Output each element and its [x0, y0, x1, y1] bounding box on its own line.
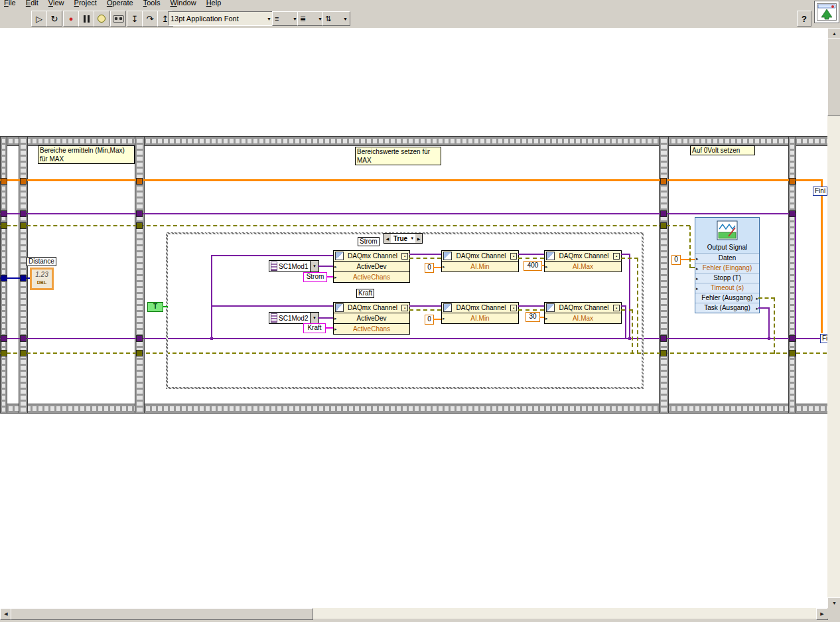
- distance-label[interactable]: Distance: [27, 257, 56, 266]
- express-row-daten[interactable]: ▸Daten: [695, 253, 759, 263]
- horizontal-scrollbar-thumb[interactable]: [11, 608, 313, 620]
- express-row-fehler-ausgang[interactable]: Fehler (Ausgang)▸: [695, 293, 759, 303]
- express-row-stopp[interactable]: ▸Stopp (T): [695, 273, 759, 283]
- distribute-objects-dropdown[interactable]: ≣ ▼: [297, 11, 325, 26]
- label-fini[interactable]: Fini: [813, 187, 827, 196]
- chevron-down-icon: ▼: [267, 17, 271, 21]
- sequence-border-top[interactable]: [0, 136, 828, 146]
- wire-task-purple-turn: [795, 213, 796, 339]
- menu-item-tools[interactable]: Tools: [139, 0, 165, 7]
- step-into-button[interactable]: ↧: [127, 11, 143, 27]
- property-node-header: DAQmx Channel ▪: [334, 303, 409, 313]
- wire-kraft-to-node: [325, 327, 333, 329]
- string-constant-strom[interactable]: Strom: [303, 272, 327, 282]
- property-node-aimax-1[interactable]: DAQmx Channel ▪ ▸AI.Max: [544, 250, 622, 272]
- scroll-down-button[interactable]: ▼: [827, 597, 840, 609]
- property-row-aimax[interactable]: ▸AI.Max: [545, 262, 621, 272]
- wire-junction: [768, 337, 770, 340]
- wire-bool-green: [163, 306, 168, 307]
- retain-wire-values-button[interactable]: [110, 11, 126, 27]
- property-row-activedev[interactable]: ▸ActiveDev: [334, 313, 409, 323]
- property-row-aimin[interactable]: ▸AI.Min: [442, 262, 518, 272]
- numeric-constant-0-c[interactable]: 0: [671, 255, 681, 265]
- express-vi-output-signal[interactable]: Output Signal ▸Daten ▸Fehler (Eingang) ▸…: [695, 217, 760, 313]
- property-row-aimin[interactable]: ▸AI.Min: [442, 313, 518, 323]
- wire-dbl-orange-top: [0, 179, 823, 181]
- wire-chain-error-3: [409, 309, 441, 311]
- menu-item-operate[interactable]: Operate: [103, 0, 137, 7]
- daqmx-io-icon: [271, 262, 277, 271]
- retain-wire-values-icon: [113, 15, 124, 23]
- vertical-scrollbar-thumb[interactable]: [827, 39, 840, 116]
- wire-task-feed-vertical: [211, 255, 212, 339]
- property-row-activedev[interactable]: ▸ActiveDev: [334, 262, 409, 272]
- express-row-fehler-eingang[interactable]: ▸Fehler (Eingang): [695, 263, 759, 273]
- dbl-type-label: DBL: [32, 280, 52, 285]
- property-row-activechans[interactable]: ▸ActiveChans: [334, 323, 409, 334]
- free-label-strom[interactable]: Strom: [358, 237, 380, 246]
- daqmx-name-constant-1[interactable]: SC1Mod1 ▼: [269, 260, 319, 272]
- up-arrow-icon: ▲: [832, 31, 837, 36]
- property-row-aimax[interactable]: ▸AI.Max: [545, 313, 621, 323]
- menu-item-edit[interactable]: Edit: [22, 0, 42, 7]
- property-node-aimax-2[interactable]: DAQmx Channel ▪ ▸AI.Max: [544, 302, 622, 324]
- menu-item-help[interactable]: Help: [202, 0, 226, 7]
- daqmx-name-constant-2[interactable]: SC1Mod2 ▼: [269, 312, 319, 324]
- comment-frame4[interactable]: Auf 0Volt setzen: [690, 145, 755, 155]
- run-continuously-button[interactable]: ↻: [46, 11, 62, 27]
- align-objects-dropdown[interactable]: ≡ ▼: [272, 11, 300, 26]
- help-button[interactable]: ?: [797, 11, 811, 27]
- boolean-true-constant[interactable]: T: [147, 302, 163, 312]
- step-over-button[interactable]: ↷: [142, 11, 158, 27]
- font-selector-value: 13pt Application Font: [171, 15, 239, 23]
- case-selector[interactable]: ◀ True ▼ ▶: [384, 233, 423, 244]
- wire-chain-task-3: [409, 305, 441, 307]
- numeric-constant-400[interactable]: 400: [524, 261, 542, 271]
- wire-junction: [210, 337, 213, 340]
- free-label-kraft[interactable]: Kraft: [356, 289, 374, 298]
- numeric-constant-30[interactable]: 30: [525, 312, 540, 322]
- property-row-activechans[interactable]: ▸ActiveChans: [334, 272, 409, 282]
- lightbulb-icon: [98, 15, 105, 23]
- scroll-right-button[interactable]: ▶: [816, 608, 828, 620]
- font-selector[interactable]: 13pt Application Font ▼: [168, 11, 274, 26]
- tunnel: [660, 350, 667, 356]
- string-constant-kraft[interactable]: Kraft: [303, 323, 326, 333]
- vi-icon[interactable]: [814, 1, 839, 23]
- comment-frame3[interactable]: Bereichswerte setzen für MAX: [355, 147, 441, 165]
- reorder-objects-dropdown[interactable]: ⇅ ▼: [322, 11, 350, 26]
- wire-task-feed-row1: [211, 255, 333, 256]
- scroll-up-button[interactable]: ▲: [827, 28, 840, 39]
- tunnel: [1, 350, 7, 356]
- property-node-aimin-2[interactable]: DAQmx Channel ▪ ▸AI.Min: [441, 302, 519, 324]
- case-prev-button[interactable]: ◀: [384, 234, 391, 243]
- tunnel: [136, 178, 143, 185]
- express-row-timeout[interactable]: ▸Timeout (s): [695, 283, 759, 293]
- distance-terminal[interactable]: 1.23 DBL: [30, 268, 54, 290]
- daqmx-node-icon: [335, 303, 344, 312]
- wire-0c-to-daten: [680, 259, 695, 260]
- numeric-constant-0-a[interactable]: 0: [425, 263, 434, 273]
- menu-item-file[interactable]: File: [0, 0, 20, 7]
- run-button[interactable]: ▷: [31, 11, 47, 27]
- abort-button[interactable]: ●: [63, 11, 79, 27]
- sequence-border-bottom[interactable]: [0, 404, 828, 414]
- property-node-channel-1[interactable]: DAQmx Channel ▪ ▸ActiveDev ▸ActiveChans: [333, 250, 410, 283]
- comment-frame2[interactable]: Bereiche ermitteln (Min,Max) für MAX: [38, 145, 135, 164]
- numeric-constant-0-b[interactable]: 0: [425, 315, 434, 325]
- case-next-button[interactable]: ▶: [415, 234, 422, 243]
- express-row-task-ausgang[interactable]: Task (Ausgang)▸: [695, 303, 759, 313]
- tunnel: [789, 210, 796, 217]
- daqmx-name-value: SC1Mod1: [279, 263, 310, 270]
- highlight-execution-button[interactable]: [94, 11, 109, 27]
- menu-item-window[interactable]: Window: [166, 0, 200, 7]
- pause-button[interactable]: [78, 11, 94, 27]
- property-node-channel-2[interactable]: DAQmx Channel ▪ ▸ActiveDev ▸ActiveChans: [333, 302, 410, 335]
- tunnel: [20, 335, 27, 342]
- menu-item-project[interactable]: Project: [70, 0, 101, 7]
- property-glyph-icon: ▪: [401, 305, 408, 311]
- wire-task-feed-row2: [211, 305, 333, 307]
- menu-item-view[interactable]: View: [44, 0, 68, 7]
- property-node-aimin-1[interactable]: DAQmx Channel ▪ ▸AI.Min: [441, 250, 519, 272]
- abort-icon: ●: [69, 15, 74, 23]
